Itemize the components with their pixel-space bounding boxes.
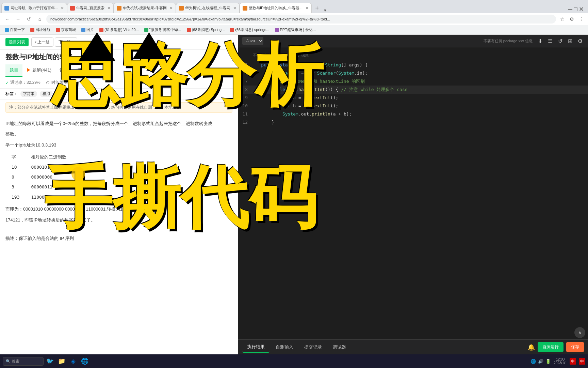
language-select[interactable]: Java bbox=[242, 37, 263, 45]
home-button[interactable]: ⌂ bbox=[35, 15, 44, 24]
bookmark-6[interactable]: "微服务"博客中译... bbox=[142, 27, 183, 33]
tab-debug[interactable]: 调试 bbox=[72, 64, 89, 77]
battery-icon: 🔋 bbox=[545, 359, 551, 364]
ip-row-4-bin: 11000001 bbox=[26, 193, 72, 202]
tab-5-close[interactable]: ✕ bbox=[305, 6, 309, 11]
bell-icon[interactable]: 🔔 bbox=[527, 343, 535, 351]
search-label: 搜索 bbox=[12, 359, 19, 364]
bookmark-4[interactable]: 图片 bbox=[79, 27, 96, 33]
tab-3-close[interactable]: ✕ bbox=[169, 6, 173, 11]
run-button[interactable]: 自测运行 bbox=[538, 342, 564, 352]
taskbar-icon-chrome[interactable]: 🌐 bbox=[80, 356, 90, 366]
submit-button[interactable]: 保存 bbox=[566, 342, 584, 352]
reload-button[interactable]: ↺ bbox=[24, 15, 33, 24]
code-row-10: 10 int b = in.nextInt(); bbox=[238, 102, 588, 110]
bookmark-star-icon[interactable]: ☆ bbox=[558, 15, 566, 23]
settings-button[interactable]: ⚙ bbox=[576, 37, 584, 45]
tab-1[interactable]: 网址导航 · 致力于打造百年... ✕ bbox=[1, 3, 67, 13]
tab-selftest[interactable]: 自测输入 bbox=[271, 342, 298, 352]
code-row-9: 9 int a = in.nextInt(); bbox=[238, 94, 588, 102]
stats-row: ✓ 通过率：32.29% ⏱ 时间限制： bbox=[0, 77, 238, 89]
problem-body: IP地址的每段可以看成是一个0~255的整数，把每段拆分成一个二进制形式组合起来… bbox=[0, 116, 238, 354]
taskbar-icon-folder[interactable]: 🐦 bbox=[45, 356, 55, 366]
tab-2[interactable]: 牛客网_百度搜索 ✕ bbox=[67, 3, 114, 13]
scroll-to-top-button[interactable]: ∧ bbox=[574, 327, 585, 338]
clock-date: 2023/1/1 bbox=[554, 361, 567, 365]
address-input[interactable] bbox=[46, 15, 556, 24]
forward-button[interactable]: → bbox=[14, 15, 22, 24]
bookmark-9[interactable]: PPT超级市场 | 爱达... bbox=[273, 27, 318, 33]
ip-col-header-2: 相对应的二进制数 bbox=[26, 152, 72, 162]
prev-problem-button[interactable]: ‹ 上一题 bbox=[31, 37, 53, 47]
layout-button[interactable]: ⊞ bbox=[567, 37, 574, 45]
address-bar-row: ← → ↺ ⌂ ☆ ⚙ ⋮ bbox=[0, 13, 588, 25]
tab-1-close[interactable]: ✕ bbox=[61, 6, 64, 11]
code-row-12: 12 } bbox=[238, 118, 588, 126]
bookmark-7[interactable]: (68条消息) Spring... bbox=[185, 27, 227, 33]
bookmark-5[interactable]: (61条消息) Visio20... bbox=[97, 27, 141, 33]
close-window-button[interactable]: ✕ bbox=[579, 5, 584, 13]
bookmark-1[interactable]: 百度一下 bbox=[3, 27, 27, 33]
ip-row-3-bin: 00000011 bbox=[26, 182, 72, 191]
tab-problem[interactable]: 题目 bbox=[5, 64, 22, 77]
clock-time: 12:00 bbox=[556, 357, 565, 361]
code-row-pre: 不要有任何 package xxx 信息 bbox=[238, 50, 588, 61]
taskbar-icon-files[interactable]: 📁 bbox=[56, 356, 67, 366]
tab-3[interactable]: 华为机试-搜索结果-牛客网 ✕ bbox=[114, 3, 176, 13]
editor-hint: 不要有任何 package xxx 信息 bbox=[263, 37, 537, 45]
taskbar-search[interactable]: 🔍 搜索 bbox=[3, 357, 44, 366]
problem-title: 整数与IP地址间的转换 bbox=[0, 50, 238, 64]
back-button[interactable]: ← bbox=[3, 15, 12, 24]
tags-label: 标签： bbox=[5, 91, 18, 97]
code-block: 不要有任何 package xxx 信息 5 public static voi… bbox=[238, 47, 588, 126]
tab-execute[interactable]: 执行结果 bbox=[242, 342, 270, 353]
code-row-6: 6 Scanner in = new Scanner(System.in); bbox=[238, 69, 588, 77]
ime-indicator[interactable]: 中 bbox=[570, 358, 576, 365]
bookmark-2[interactable]: 网址导航 bbox=[28, 27, 52, 33]
code-area[interactable]: 不要有任何 package xxx 信息 5 public static voi… bbox=[238, 47, 588, 339]
bookmark-8-favicon bbox=[230, 28, 234, 32]
tab-4-close[interactable]: ✕ bbox=[233, 6, 236, 11]
code-row-11: 11 System.out.println(a + b); bbox=[238, 110, 588, 118]
tag-string[interactable]: 字符串 bbox=[20, 91, 37, 97]
bookmark-6-favicon bbox=[144, 28, 148, 32]
tab-4-favicon bbox=[179, 6, 184, 11]
bookmark-6-label: "微服务"博客中译... bbox=[149, 27, 181, 32]
tab-solutions[interactable]: ▶ 题解(441) bbox=[22, 64, 55, 77]
download-button[interactable]: ⬇ bbox=[537, 37, 544, 45]
bookmark-3[interactable]: 京东商城 bbox=[54, 27, 78, 33]
list-button[interactable]: ☰ bbox=[546, 37, 554, 45]
tab-5[interactable]: 整数与IP地址间的转换_牛客题... ✕ bbox=[240, 3, 312, 13]
bookmark-5-favicon bbox=[99, 28, 103, 32]
tab-history[interactable]: 提交记录 bbox=[299, 342, 327, 352]
tab-bar: 网址导航 · 致力于打造百年... ✕ 牛客网_百度搜索 ✕ 华为机试-搜索结果… bbox=[0, 0, 588, 13]
bookmark-8[interactable]: (66条消息) springc... bbox=[228, 27, 271, 33]
minimize-button[interactable]: ─ bbox=[568, 6, 572, 13]
tab-discuss[interactable]: 讨论 bbox=[55, 64, 72, 77]
next-problem-button[interactable]: 下一题 › bbox=[55, 37, 77, 47]
menu-icon[interactable]: ⋮ bbox=[577, 15, 585, 23]
right-panel: Java 不要有任何 package xxx 信息 ⬇ ☰ ↺ ⊞ ⚙ bbox=[238, 35, 588, 354]
bookmark-2-label: 网址导航 bbox=[35, 27, 50, 32]
problem-list-btn[interactable]: 题目列表 bbox=[5, 38, 29, 46]
refresh-button[interactable]: ↺ bbox=[557, 37, 564, 45]
clock: 12:00 2023/1/1 bbox=[554, 357, 567, 365]
tab-2-close[interactable]: ✕ bbox=[107, 6, 111, 11]
bookmark-9-favicon bbox=[275, 28, 279, 32]
taskbar-icon-edge[interactable]: ◈ bbox=[68, 356, 78, 366]
bookmarks-bar: 百度一下 网址导航 京东商城 图片 (61条消息) Visio20... "微服… bbox=[0, 25, 588, 35]
tag-simulate[interactable]: 模拟 bbox=[40, 91, 53, 97]
bookmark-4-favicon bbox=[81, 28, 85, 32]
ime-indicator-2[interactable]: 中 bbox=[579, 358, 585, 365]
extensions-icon[interactable]: ⚙ bbox=[568, 15, 576, 23]
maximize-button[interactable]: □ bbox=[574, 6, 577, 13]
tab-4[interactable]: 华为机试_在线编程_牛客网 ✕ bbox=[176, 3, 240, 13]
toolbar-icons: ☆ ⚙ ⋮ bbox=[558, 15, 585, 23]
tab-debugger[interactable]: 调试器 bbox=[328, 342, 351, 352]
body-line-5: 174121，即该IP地址转换后的数字就是它了。 bbox=[5, 216, 232, 224]
ip-row-1-val: 10 bbox=[6, 163, 25, 172]
code-row-8: 8 while (in.hasNextInt()) { // 注意 while … bbox=[238, 86, 588, 94]
tab-overflow-button[interactable]: ▾ bbox=[322, 7, 328, 13]
bookmark-4-label: 图片 bbox=[86, 27, 94, 32]
new-tab-button[interactable]: + bbox=[312, 3, 322, 13]
